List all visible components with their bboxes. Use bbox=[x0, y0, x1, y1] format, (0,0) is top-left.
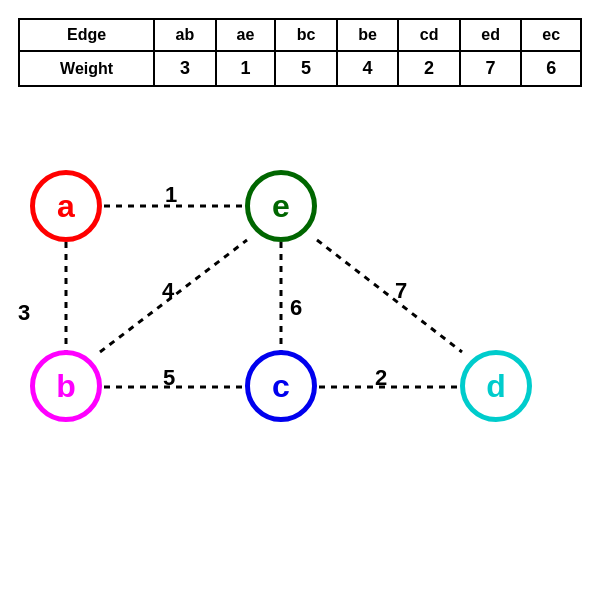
edge-label-ec: 6 bbox=[290, 295, 302, 321]
edge-label-ae: 1 bbox=[165, 182, 177, 208]
table-header-cd: cd bbox=[398, 19, 460, 51]
weight-val-3: 4 bbox=[337, 51, 399, 86]
weight-val-1: 1 bbox=[216, 51, 276, 86]
weight-val-0: 3 bbox=[154, 51, 216, 86]
edge-label-ed: 7 bbox=[395, 278, 407, 304]
table-header-Edge: Edge bbox=[19, 19, 154, 51]
table-header-be: be bbox=[337, 19, 399, 51]
table-header-ae: ae bbox=[216, 19, 276, 51]
edge-label-bc: 5 bbox=[163, 365, 175, 391]
weight-label: Weight bbox=[19, 51, 154, 86]
table-header-bc: bc bbox=[275, 19, 337, 51]
edge-label-be: 4 bbox=[162, 278, 174, 304]
table-header-ed: ed bbox=[460, 19, 522, 51]
edge-label-cd: 2 bbox=[375, 365, 387, 391]
table-header-ec: ec bbox=[521, 19, 581, 51]
graph-container: aebcd 1345672 bbox=[0, 130, 600, 600]
node-e: e bbox=[245, 170, 317, 242]
weight-val-5: 7 bbox=[460, 51, 522, 86]
weight-val-4: 2 bbox=[398, 51, 460, 86]
node-b: b bbox=[30, 350, 102, 422]
weight-val-6: 6 bbox=[521, 51, 581, 86]
node-c: c bbox=[245, 350, 317, 422]
node-a: a bbox=[30, 170, 102, 242]
weight-val-2: 5 bbox=[275, 51, 337, 86]
edge-label-ab: 3 bbox=[18, 300, 30, 326]
edge-ed bbox=[317, 240, 462, 352]
node-d: d bbox=[460, 350, 532, 422]
edge-weight-table: EdgeabaebcbecdedecWeight3154276 bbox=[18, 18, 582, 87]
table-header-ab: ab bbox=[154, 19, 216, 51]
